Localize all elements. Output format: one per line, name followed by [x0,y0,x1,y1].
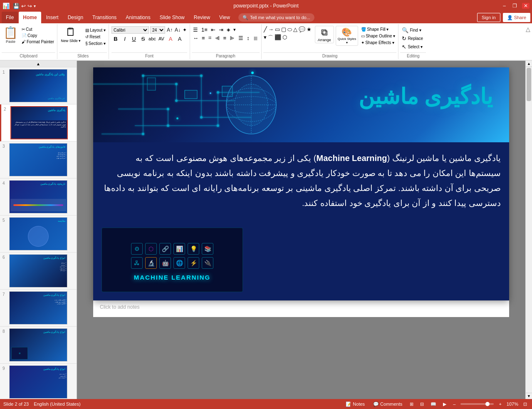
save-quick-btn[interactable]: 💾 [13,3,20,9]
restore-btn[interactable]: ❐ [511,3,519,9]
fit-slide-btn[interactable]: ⊡ [522,401,529,408]
slide-thumbnail-9[interactable]: 9 انواع یادگیری ماشین • دسته بندی• رگرسی… [0,364,77,399]
share-button[interactable]: 👤 Share [503,13,530,22]
shape-fill-button[interactable]: 🪣 Shape Fill ▾ [360,27,396,32]
format-painter-button[interactable]: 🖌 Format Painter [20,39,55,45]
shadow-button[interactable]: abc [148,35,156,43]
slide-thumbnail-2[interactable]: 2 یادگیری ماشین یادگیری ماشین یا ماشین ل… [0,104,77,141]
shape-rect-btn[interactable]: ▭ [275,26,280,33]
view-normal-btn[interactable]: ⊞ [408,401,415,408]
slide-thumbnail-3[interactable]: 3 قانون‌های یادگیری ماشین • متن قانون او… [0,141,77,178]
shape-triangle-btn[interactable]: △ [293,26,298,33]
zoom-in-btn[interactable]: + [497,401,503,407]
char-spacing-btn[interactable]: AV [157,35,166,43]
redo-quick-btn[interactable]: ↪ [27,3,32,9]
shape-more-btn[interactable]: ▾ [263,34,267,42]
zoom-slider[interactable] [460,403,494,405]
right-scrollbar[interactable]: ▲ ▼ [525,61,532,399]
notes-button[interactable]: 📝 Notes [343,401,367,408]
shape-arrow-btn[interactable]: → [268,26,274,33]
shape-callout-btn[interactable]: 💬 [298,26,306,33]
text-direction-btn[interactable]: ↔ [192,35,200,42]
slide-thumbnail-4[interactable]: 4 تاریخچه یادگیری ماشین [0,178,77,216]
slide-thumbnail-7[interactable]: 7 انواع یادگیری ماشین • یادگیری نظارت شد… [0,290,77,327]
slide-thumbnail-5[interactable]: 5 مقایسه [0,216,77,253]
view-reading-btn[interactable]: 📖 [429,401,438,408]
tell-me-box[interactable]: 🔍 Tell me what you want to do... [238,13,314,22]
view-slideshow-btn[interactable]: ▶ [441,401,448,408]
tab-home[interactable]: Home [19,12,41,23]
slide-thumbnail-8[interactable]: 8 انواع یادگیری ماشین ⚙ [0,327,77,364]
font-color-btn[interactable]: A [166,35,175,43]
customize-quick-btn[interactable]: ▾ [34,4,36,8]
decrease-indent-btn[interactable]: ⇤ [210,26,217,33]
text-color-btn[interactable]: A [176,35,184,43]
shape-star-btn[interactable]: ★ [306,26,312,33]
undo-quick-btn[interactable]: ↩ [21,3,26,9]
shape-oval-btn[interactable]: ⬭ [287,26,292,33]
arrange-button[interactable]: ⧉ Arrange [315,26,334,43]
copy-button[interactable]: 📄 Copy [20,33,55,38]
numbering-btn[interactable]: 1≡ [200,26,209,33]
font-decrease-btn[interactable]: A↓ [174,27,181,33]
shape-block-btn[interactable]: ⬛ [274,34,282,42]
scroll-thumb[interactable] [527,68,531,101]
tab-file[interactable]: File [2,12,18,23]
font-name-select[interactable]: Calibri [111,26,149,34]
justify-btn[interactable]: ☰ [237,35,245,42]
tab-design[interactable]: Design [64,12,87,23]
tab-animations[interactable]: Animations [121,12,154,23]
tab-review[interactable]: Review [190,12,214,23]
close-btn[interactable]: ✕ [522,3,530,9]
tab-insert[interactable]: Insert [42,12,63,23]
align-left-btn[interactable]: ⫷ [213,35,221,42]
reset-button[interactable]: ↺ Reset [84,34,107,40]
section-button[interactable]: § Section ▾ [84,41,107,46]
italic-button[interactable]: I [121,35,129,43]
new-slide-button[interactable]: 🗒 New Slide ▾ [59,25,82,44]
sign-in-button[interactable]: Sign in [477,13,500,22]
align-text-btn[interactable]: ≡ [200,35,206,42]
increase-indent-btn[interactable]: ⇥ [218,26,225,33]
shape-effects-button[interactable]: ✦ Shape Effects ▾ [360,40,396,45]
shape-rounded-btn[interactable]: ▢ [281,26,287,33]
notes-area[interactable]: Click to add notes [93,300,509,317]
line-spacing-btn[interactable]: ↕ [245,35,251,42]
slide-thumbnail-6[interactable]: 6 انواع یادگیری ماشین • نوع اول• نوع دوم… [0,253,77,290]
view-slide-sorter-btn[interactable]: ⊟ [418,401,426,408]
cut-button[interactable]: ✂ Cut [20,27,55,32]
columns-btn[interactable]: ⫼ [252,35,260,42]
smartart-btn[interactable]: ⌗ [207,34,213,42]
bullets-btn[interactable]: ☰ [192,26,199,33]
shape-curve-btn[interactable]: ⌒ [267,34,274,42]
minimize-btn[interactable]: – [501,3,507,9]
font-size-select[interactable]: 24 [150,26,165,34]
slide-thumbnail-1[interactable]: 1 وقتی این یادگیری ماشین فن یادگیری ماشی… [0,67,77,104]
font-increase-btn[interactable]: A↑ [166,27,173,33]
slide-canvas[interactable]: یادگیری ماشین یادگیری ماشین یا ماشین لرن… [93,67,509,300]
align-right-btn[interactable]: ⫸ [228,35,236,42]
tab-slideshow[interactable]: Slide Show [156,12,189,23]
layout-button[interactable]: ▤ Layout ▾ [84,27,107,33]
zoom-out-btn[interactable]: – [451,401,457,407]
underline-button[interactable]: U [130,35,138,43]
tab-transitions[interactable]: Transitions [88,12,121,23]
shape-outline-button[interactable]: ▭ Shape Outline ▾ [360,33,396,39]
scroll-up-arrow[interactable]: ▲ [526,61,532,67]
select-button[interactable]: ↖ Select ▾ [400,43,426,50]
collapse-ribbon-btn[interactable]: △ [524,24,532,34]
paragraph-dialog-btn[interactable]: ▾ [232,27,237,33]
shape-hexagon-btn[interactable]: ⬡ [282,34,287,42]
paste-button[interactable]: 📋 Paste [2,25,20,45]
slide-body-text[interactable]: یادگیری ماشین یا ماشین لرنینگ (Machine L… [101,151,501,211]
shape-line-btn[interactable]: ╱ [263,26,267,33]
replace-button[interactable]: ↻ Replace [400,35,426,42]
align-center-btn[interactable]: ≡ [222,35,228,42]
find-button[interactable]: 🔍 Find ▾ [400,27,426,34]
quick-styles-button[interactable]: 🎨 Quick Styles ▾ [336,26,358,46]
clear-format-btn[interactable]: ✦ [182,27,187,33]
scroll-up-btn[interactable]: ▲ [0,61,77,67]
strikethrough-button[interactable]: S [139,35,147,43]
bold-button[interactable]: B [111,35,120,43]
convert-smartart-btn[interactable]: ◈ [225,27,231,33]
